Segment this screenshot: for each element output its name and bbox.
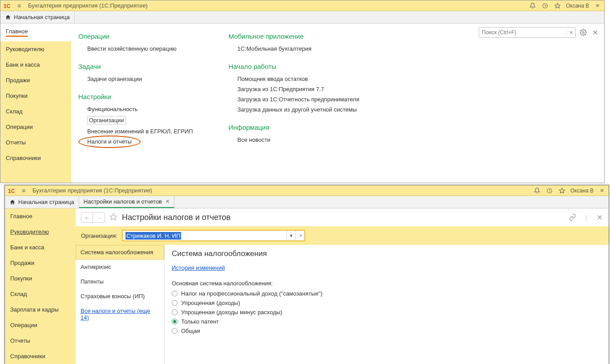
sidebar2-item-main[interactable]: Главное xyxy=(5,208,76,224)
radio-icon xyxy=(172,300,178,306)
sidebar-item-sales[interactable]: Продажи xyxy=(0,72,71,88)
link-all-news[interactable]: Все новости xyxy=(237,136,359,143)
star-icon[interactable] xyxy=(553,2,562,10)
sidebar2-item-bank[interactable]: Банк и касса xyxy=(5,240,76,255)
radio-patent-only[interactable]: Только патент xyxy=(172,318,602,325)
nav-forward-button[interactable]: → xyxy=(93,212,105,222)
tab-tax-label: Настройки налогов и отчетов xyxy=(84,198,162,205)
app-title: Бухгалтерия предприятия (1С:Предприятие) xyxy=(28,2,148,9)
app-logo-2: 1С xyxy=(8,187,18,195)
sidebar-item-bank[interactable]: Банк и касса xyxy=(0,57,71,72)
search-input[interactable] xyxy=(479,29,566,36)
app-logo: 1С xyxy=(3,2,14,10)
link-org-tasks[interactable]: Задачи организации xyxy=(87,76,193,82)
history-icon-2[interactable] xyxy=(545,187,553,195)
svg-marker-7 xyxy=(110,213,117,220)
section-info[interactable]: Информация xyxy=(228,124,359,131)
tax-tab-all[interactable]: Все налоги и отчеты (еще 14) xyxy=(76,304,164,325)
sidebar2-item-payroll[interactable]: Зарплата и кадры xyxy=(5,302,76,317)
history-link[interactable]: История изменений xyxy=(172,264,225,271)
link-balance-helper[interactable]: Помощник ввода остатков xyxy=(237,76,359,82)
favorite-star-icon[interactable] xyxy=(109,213,117,222)
sidebar-item-catalogs[interactable]: Справочники xyxy=(0,150,71,166)
tax-tab-patents[interactable]: Патенты xyxy=(76,274,164,289)
sidebar2-item-purchases[interactable]: Покупки xyxy=(5,271,76,286)
sidebar2-item-catalogs[interactable]: Справочники xyxy=(5,348,76,364)
link-load-other[interactable]: Загрузка данных из другой учетной систем… xyxy=(237,106,359,113)
sidebar2-item-warehouse[interactable]: Склад xyxy=(5,286,76,302)
section-operations[interactable]: Операции xyxy=(78,32,193,40)
sidebar-item-manager[interactable]: Руководителю xyxy=(0,41,71,57)
hamburger-icon-2[interactable]: ≡ xyxy=(18,187,29,194)
close-panel-icon[interactable]: ✕ xyxy=(591,28,599,36)
tab-home-label-2: Начальная страница xyxy=(18,199,74,205)
app-title-2: Бухгалтерия предприятия (1С:Предприятие) xyxy=(32,187,152,194)
sidebar2-item-sales[interactable]: Продажи xyxy=(5,255,76,271)
radio-self-employed[interactable]: Налог на профессиональный доход ("самоза… xyxy=(172,290,602,297)
history-icon[interactable] xyxy=(541,2,549,10)
link-mobile-acc[interactable]: 1С:Мобильная бухгалтерия xyxy=(237,45,359,52)
titlebar-1: 1С ≡ Бухгалтерия предприятия (1С:Предпри… xyxy=(0,0,604,11)
link-organizations[interactable]: Организации xyxy=(87,116,126,124)
sidebar-item-operations[interactable]: Операции xyxy=(0,119,71,135)
section-tasks[interactable]: Задачи xyxy=(78,63,193,70)
gear-icon[interactable] xyxy=(579,28,587,36)
org-bar: Организация: Стрижаков И. Н. ИП ▼ ↗ xyxy=(76,226,609,245)
org-open-icon[interactable]: ↗ xyxy=(295,231,304,240)
tab-tax-settings[interactable]: Настройки налогов и отчетов ✕ xyxy=(79,196,174,208)
radio-simplified-incexp[interactable]: Упрощенная (доходы минус расходы) xyxy=(172,309,602,316)
org-select[interactable]: Стрижаков И. Н. ИП ▼ ↗ xyxy=(122,230,305,241)
svg-marker-2 xyxy=(555,3,560,8)
star-icon-2[interactable] xyxy=(558,187,566,195)
tax-main: Система налогообложения История изменени… xyxy=(165,245,609,364)
section-getting-started[interactable]: Начало работы xyxy=(228,63,359,70)
tax-tab-insurance[interactable]: Страховые взносы (ИП) xyxy=(76,289,164,304)
tax-heading: Система налогообложения xyxy=(172,249,602,258)
sidebar-item-main[interactable]: Главное xyxy=(0,24,71,41)
bell-icon[interactable] xyxy=(529,2,537,10)
username-2[interactable]: Оксана В xyxy=(570,188,594,194)
username[interactable]: Оксана В xyxy=(566,3,589,9)
window-1: 1С ≡ Бухгалтерия предприятия (1С:Предпри… xyxy=(0,0,605,183)
tax-tab-system[interactable]: Система налогообложения xyxy=(76,245,164,260)
menu-lines-icon[interactable]: ≡ xyxy=(594,2,602,10)
bell-icon-2[interactable] xyxy=(533,187,541,195)
section-mobile[interactable]: Мобильное приложение xyxy=(228,32,359,40)
sidebar-1: Главное Руководителю Банк и касса Продаж… xyxy=(0,24,71,183)
nav-back-button[interactable]: ← xyxy=(81,212,93,222)
section-settings[interactable]: Настройки xyxy=(78,93,193,100)
sidebar-item-purchases[interactable]: Покупки xyxy=(0,88,71,104)
radio-general[interactable]: Общая xyxy=(172,328,602,334)
menu-lines-icon-2[interactable]: ≡ xyxy=(598,187,606,195)
link-enter-op[interactable]: Ввести хозяйственную операцию xyxy=(87,45,193,52)
sidebar-item-reports[interactable]: Отчеты xyxy=(0,135,71,150)
radio-icon xyxy=(172,309,178,315)
close-content-icon[interactable]: ✕ xyxy=(595,213,603,221)
tab-home-2[interactable]: Начальная страница xyxy=(5,196,79,208)
radio-simplified-income[interactable]: Упрощенная (доходы) xyxy=(172,300,602,306)
titlebar-2: 1С ≡ Бухгалтерия предприятия (1С:Предпри… xyxy=(5,185,609,196)
sidebar2-item-reports[interactable]: Отчеты xyxy=(5,333,76,348)
radio-icon xyxy=(172,328,178,334)
sidebar2-item-operations[interactable]: Операции xyxy=(5,317,76,333)
tab-home-label: Начальная страница xyxy=(14,14,70,20)
org-dropdown-icon[interactable]: ▼ xyxy=(287,231,295,240)
sidebar-item-warehouse[interactable]: Склад xyxy=(0,104,71,119)
search-clear-icon[interactable]: ✕ xyxy=(566,30,575,36)
tax-sidebar: Система налогообложения Антикризис Патен… xyxy=(76,245,165,364)
link-functionality[interactable]: Функциональность xyxy=(87,106,193,112)
search-box[interactable]: ✕ xyxy=(479,27,576,38)
kebab-icon[interactable]: ⋮ xyxy=(582,213,590,221)
link-egrul[interactable]: Внесение изменений в ЕГРЮЛ, ЕГРИП xyxy=(87,128,193,135)
link-taxes-reports[interactable]: Налоги и отчеты xyxy=(87,138,132,145)
link-load-report[interactable]: Загрузка из 1С:Отчетность предпринимател… xyxy=(237,96,359,103)
tabstrip-1: Начальная страница xyxy=(0,11,604,24)
tax-tab-anticrisis[interactable]: Антикризис xyxy=(76,260,164,274)
sidebar2-item-manager[interactable]: Руководителю xyxy=(5,224,76,240)
svg-point-3 xyxy=(582,32,584,33)
tab-close-icon[interactable]: ✕ xyxy=(166,199,170,204)
link-load-77[interactable]: Загрузка из 1С:Предприятия 7.7 xyxy=(237,86,359,92)
link-icon[interactable] xyxy=(569,213,577,221)
hamburger-icon[interactable]: ≡ xyxy=(14,2,24,9)
tab-home[interactable]: Начальная страница xyxy=(0,11,75,23)
